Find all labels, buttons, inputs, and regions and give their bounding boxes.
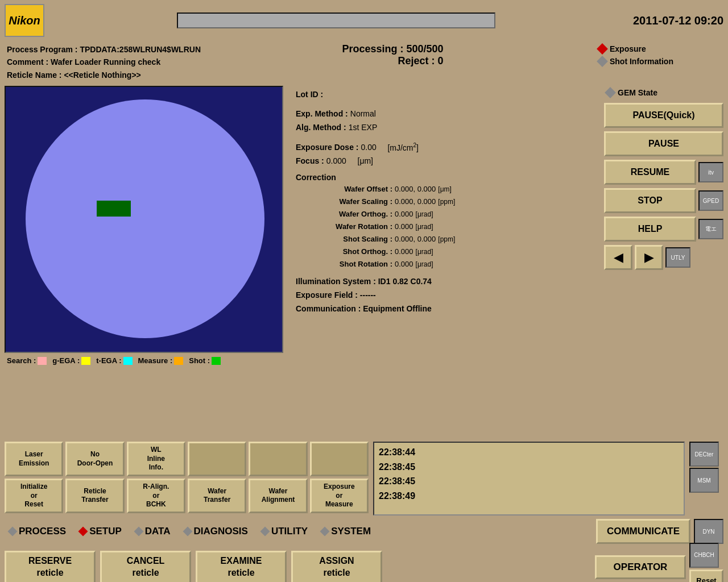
system-tab-icon: [320, 527, 330, 537]
shot-orthog-unit: [μrad]: [416, 246, 433, 257]
resume-button[interactable]: RESUME: [604, 160, 696, 185]
pause-quick-button[interactable]: PAUSE(Quick): [604, 103, 723, 128]
processing-value: 500/500: [406, 43, 443, 55]
nav-forward-button[interactable]: ▶: [635, 245, 663, 270]
gem-state-button[interactable]: GEM State: [604, 86, 723, 99]
stop-button[interactable]: STOP: [604, 188, 696, 213]
log-entry-2: 22:38:45: [379, 460, 679, 475]
search-legend: Search :: [7, 356, 47, 365]
shot-info-label: Shot Information: [610, 57, 673, 66]
exposure-dose-label: Exposure Dose :: [296, 141, 358, 155]
process-program-value: TPDDATA:258WLRUN4$WLRUN: [80, 45, 201, 54]
progress-fill: [178, 14, 494, 27]
resume-row: RESUME itv: [604, 160, 723, 185]
focus-value: 0.000: [326, 155, 346, 168]
wafer-alignment-button[interactable]: WaferAlignment: [249, 479, 307, 513]
illumination-row: Illumination System : ID1 0.82 C0.74: [296, 275, 597, 289]
tega-legend-label: t-EGA :: [96, 356, 121, 365]
shot-info-button[interactable]: Shot Information: [596, 56, 721, 67]
shot-orthog-label: Shot Orthog. :: [307, 246, 392, 258]
reserve-reticle-button[interactable]: RESERVEreticle: [5, 551, 96, 582]
wl-inline-info-button[interactable]: WLInlineInfo.: [127, 442, 185, 476]
exp-method-label: Exp. Method :: [296, 107, 348, 121]
exposure-field-row: Exposure Field : ------: [296, 289, 597, 302]
reticle-transfer-button[interactable]: ReticleTransfer: [65, 479, 124, 513]
process-tab[interactable]: PROCESS: [5, 523, 71, 539]
no-door-open-button[interactable]: NoDoor-Open: [65, 442, 124, 476]
control-buttons: LaserEmission NoDoor-Open WLInlineInfo. …: [5, 442, 369, 516]
wafer-transfer-button[interactable]: WaferTransfer: [188, 479, 246, 513]
examine-reticle-button[interactable]: EXAMINEreticle: [196, 551, 287, 582]
header-center: Processing : 500/500 Reject : 0: [342, 43, 454, 67]
exposure-button[interactable]: Exposure: [596, 43, 721, 55]
reticle-name-label: Reticle Name: [7, 70, 57, 80]
communication-value: Equipment Offline: [363, 304, 432, 313]
reset-button[interactable]: Reset: [689, 569, 723, 582]
utility-tab[interactable]: UTILITY: [257, 523, 312, 539]
wafer-orthog-value: 0.000: [395, 208, 413, 221]
system-tab-label: SYSTEM: [331, 526, 371, 537]
pause-button[interactable]: PAUSE: [604, 131, 723, 156]
operator-button[interactable]: OPERATOR: [595, 555, 686, 579]
shot-legend-label: Shot :: [189, 356, 210, 365]
system-tab[interactable]: SYSTEM: [317, 523, 375, 539]
deccter-icon[interactable]: DECter: [689, 442, 719, 467]
r-align-bchk-button[interactable]: R-Align.orBCHK: [127, 479, 185, 513]
ctrl-btn-6[interactable]: [310, 442, 369, 476]
data-tab[interactable]: DATA: [131, 523, 175, 539]
msm-icon[interactable]: MSM: [689, 468, 719, 493]
gem-state-label: GEM State: [618, 88, 657, 97]
communication-label: Communication :: [296, 304, 361, 313]
illumination-value: ID1 0.82 C0.74: [378, 277, 432, 286]
nav-row: ◀ ▶ UTLY: [604, 245, 723, 270]
exposure-measure-button[interactable]: ExposureorMeasure: [310, 479, 369, 513]
diagnosis-tab[interactable]: DIAGNOSIS: [180, 523, 253, 539]
processing-label: Processing :: [342, 43, 403, 55]
measure-color-box: [174, 357, 183, 365]
process-program-label: Process Program: [7, 45, 73, 54]
nikon-logo: Nikon: [5, 4, 44, 37]
wafer-rotation-label: Wafer Rotation :: [307, 221, 392, 233]
reticle-name-value: <<Reticle Nothing>>: [64, 70, 140, 80]
wafer-canvas: [5, 86, 283, 353]
process-program-line: Process Program : TPDDATA:258WLRUN4$WLRU…: [7, 43, 201, 56]
focus-row: Focus : 0.000 [μm]: [296, 155, 597, 168]
tega-color-box: [123, 357, 133, 365]
dyn-icon[interactable]: DYN: [694, 519, 723, 544]
top-bar: Nikon 2011-07-12 09:20: [0, 0, 728, 41]
exp-method-value: Normal: [350, 107, 376, 121]
bottom-area: LaserEmission NoDoor-Open WLInlineInfo. …: [0, 442, 728, 516]
diamond-gray-icon: [597, 56, 608, 67]
ctrl-btn-5[interactable]: [249, 442, 307, 476]
gem-state-icon: [605, 87, 616, 98]
log-panel: 22:38:44 22:38:45 22:38:45 22:38:49: [373, 442, 685, 516]
data-tab-label: DATA: [145, 526, 171, 537]
wafer-scaling-unit: [ppm]: [438, 196, 455, 207]
nav-back-button[interactable]: ◀: [604, 245, 632, 270]
alg-method-value: 1st EXP: [349, 121, 378, 135]
chbch-icon[interactable]: CHBCH: [689, 543, 719, 568]
measure-legend-label: Measure :: [138, 356, 173, 365]
setup-tab[interactable]: SETUP: [75, 523, 126, 539]
header-left: Process Program : TPDDATA:258WLRUN4$WLRU…: [7, 43, 201, 81]
wafer-orthog-label: Wafer Orthog. :: [307, 208, 392, 221]
diamond-red-icon: [597, 43, 608, 55]
comment-value: Wafer Loader Running check: [51, 57, 160, 66]
laser-emission-button[interactable]: LaserEmission: [5, 442, 63, 476]
cancel-reticle-button[interactable]: CANCELreticle: [100, 551, 191, 582]
help-row: HELP 電エ: [604, 217, 723, 242]
communicate-button[interactable]: COMMUNICATE: [596, 519, 690, 544]
shot-scaling-row: Shot Scaling : 0.000, 0.000 [ppm]: [296, 233, 597, 246]
shot-orthog-value: 0.000: [395, 246, 413, 258]
ctrl-btn-4[interactable]: [188, 442, 246, 476]
wafer-rotation-value: 0.000: [395, 221, 413, 233]
wafer-offset-value: 0.000, 0.000: [395, 183, 436, 196]
wafer-rotation-row: Wafer Rotation : 0.000 [μrad]: [296, 221, 597, 233]
wafer-rotation-unit: [μrad]: [416, 221, 433, 232]
exposure-dose-value: 0.00: [361, 141, 376, 155]
assign-reticle-button[interactable]: ASSIGNreticle: [291, 551, 382, 582]
wafer-offset-label: Wafer Offset :: [307, 183, 392, 196]
log-entry-1: 22:38:44: [379, 445, 679, 460]
help-button[interactable]: HELP: [604, 217, 696, 242]
initialize-reset-button[interactable]: InitializeorReset: [5, 479, 63, 513]
